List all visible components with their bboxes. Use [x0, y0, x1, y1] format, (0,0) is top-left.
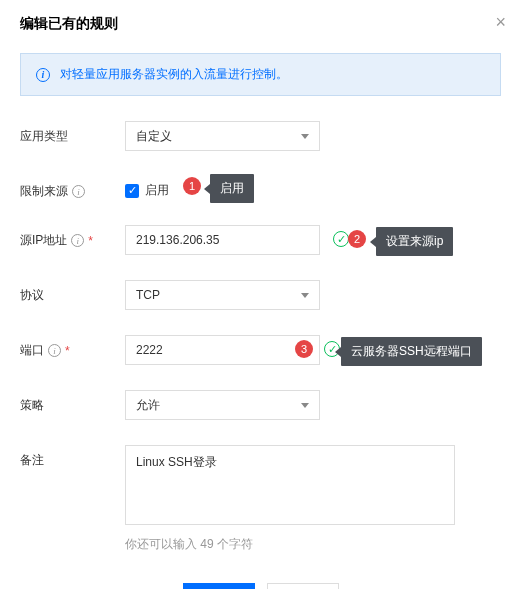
dialog-footer: 确定 取消	[20, 583, 501, 589]
protocol-select[interactable]: TCP	[125, 280, 320, 310]
app-type-select[interactable]: 自定义	[125, 121, 320, 151]
info-text: 对轻量应用服务器实例的入流量进行控制。	[60, 66, 288, 83]
enable-label: 启用	[145, 182, 169, 199]
info-banner: i 对轻量应用服务器实例的入流量进行控制。	[20, 53, 501, 96]
label-remark: 备注	[20, 445, 125, 469]
annotation-callout-3: 云服务器SSH远程端口	[341, 337, 482, 366]
annotation-callout-2: 设置来源ip	[376, 227, 453, 256]
label-port: 端口 i *	[20, 335, 125, 359]
annotation-badge-2: 2	[348, 230, 366, 248]
annotation-badge-1: 1	[183, 177, 201, 195]
label-protocol: 协议	[20, 280, 125, 304]
enable-checkbox[interactable]: ✓	[125, 184, 139, 198]
edit-rule-dialog: 编辑已有的规则 × i 对轻量应用服务器实例的入流量进行控制。 应用类型 自定义…	[0, 0, 521, 589]
annotation-badge-3: 3	[295, 340, 313, 358]
chevron-down-icon	[301, 134, 309, 139]
label-source-ip: 源IP地址 i *	[20, 225, 125, 249]
port-input-wrap	[125, 335, 320, 365]
check-ok-icon: ✓	[333, 231, 349, 247]
ok-button[interactable]: 确定	[183, 583, 255, 589]
label-restrict-source: 限制来源 i	[20, 176, 125, 200]
protocol-value: TCP	[136, 288, 160, 302]
source-ip-input[interactable]	[136, 233, 309, 247]
app-type-value: 自定义	[136, 128, 172, 145]
help-icon[interactable]: i	[71, 234, 84, 247]
chevron-down-icon	[301, 293, 309, 298]
help-icon[interactable]: i	[72, 185, 85, 198]
annotation-callout-1: 启用	[210, 174, 254, 203]
remark-textarea[interactable]	[125, 445, 455, 525]
policy-select[interactable]: 允许	[125, 390, 320, 420]
chevron-down-icon	[301, 403, 309, 408]
char-hint: 你还可以输入 49 个字符	[125, 536, 455, 553]
port-input[interactable]	[136, 343, 309, 357]
help-icon[interactable]: i	[48, 344, 61, 357]
label-app-type: 应用类型	[20, 121, 125, 145]
label-policy: 策略	[20, 390, 125, 414]
dialog-title: 编辑已有的规则	[20, 15, 501, 33]
close-icon[interactable]: ×	[495, 12, 506, 33]
info-icon: i	[36, 68, 50, 82]
source-ip-input-wrap	[125, 225, 320, 255]
cancel-button[interactable]: 取消	[267, 583, 339, 589]
policy-value: 允许	[136, 397, 160, 414]
